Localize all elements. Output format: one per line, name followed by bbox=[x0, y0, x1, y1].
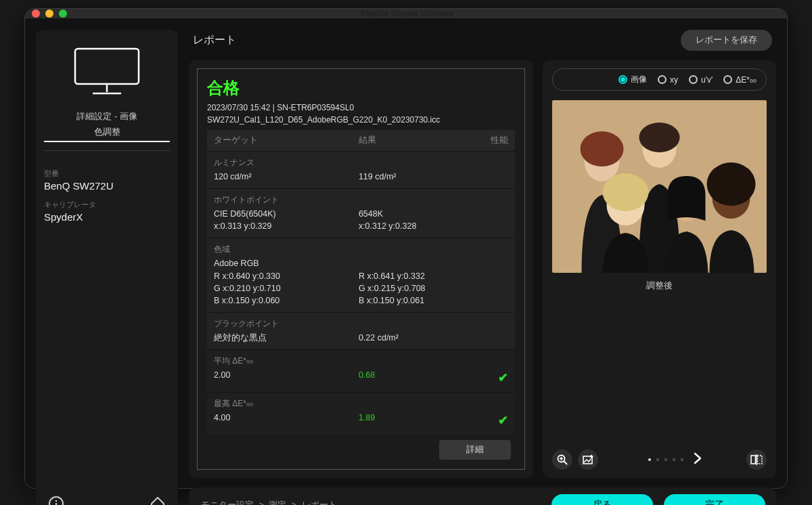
svg-rect-23 bbox=[758, 456, 763, 464]
report-icc: SW272U_Cal1_L120_D65_AdobeRGB_G220_K0_20… bbox=[207, 115, 515, 125]
sidebar: 詳細設定 - 画像 色調整 型番 BenQ SW272U キャリブレータ Spy… bbox=[36, 30, 178, 505]
col-result: 結果 bbox=[359, 135, 474, 146]
info-icon bbox=[48, 496, 64, 505]
svg-rect-0 bbox=[75, 49, 139, 84]
maximize-window-icon[interactable] bbox=[59, 9, 67, 18]
mode-xy[interactable]: xy bbox=[652, 72, 683, 87]
save-report-button[interactable]: レポートを保存 bbox=[681, 30, 772, 51]
whitepoint-section: ホワイトポイント CIE D65(6504K)6548K x:0.313 y:0… bbox=[207, 188, 515, 238]
done-button[interactable]: 完了 bbox=[664, 494, 765, 505]
svg-rect-22 bbox=[751, 456, 756, 464]
sidebar-mode[interactable]: 色調整 bbox=[44, 127, 170, 142]
svg-point-9 bbox=[639, 123, 680, 152]
report-panel: 合格 2023/07/30 15:42 | SN-ETR6P03594SL0 S… bbox=[189, 60, 533, 478]
preview-panel: 画像 xy u'v' ΔE*₀₀ bbox=[543, 60, 776, 478]
max-deltae-section: 最高 ΔE*₀₀ 4.00 1.89 ✔ bbox=[207, 392, 515, 435]
report-status: 合格 bbox=[207, 77, 515, 99]
svg-point-11 bbox=[603, 173, 649, 211]
checkmark-icon: ✔ bbox=[498, 371, 508, 385]
view-mode-group: 画像 xy u'v' ΔE*₀₀ bbox=[552, 68, 767, 91]
page-title: レポート bbox=[193, 33, 236, 47]
footer: モニター設定 > 測定 > レポート 戻る 完了 bbox=[189, 487, 776, 505]
close-window-icon[interactable] bbox=[32, 9, 40, 18]
add-image-button[interactable] bbox=[578, 449, 598, 470]
image-pager bbox=[604, 452, 746, 468]
home-button[interactable] bbox=[148, 494, 167, 505]
preview-image bbox=[552, 100, 767, 273]
col-perf: 性能 bbox=[474, 135, 508, 146]
pager-dot[interactable] bbox=[664, 458, 667, 461]
magnifier-icon bbox=[557, 454, 568, 465]
calibrator-value: SpyderX bbox=[44, 211, 170, 223]
chevron-right-icon bbox=[693, 452, 702, 464]
col-target: ターゲット bbox=[214, 135, 359, 146]
svg-point-14 bbox=[707, 162, 756, 206]
breadcrumb: モニター設定 > 測定 > レポート bbox=[200, 500, 338, 505]
next-image-button[interactable] bbox=[693, 452, 702, 468]
checkmark-icon: ✔ bbox=[498, 414, 508, 427]
window-title: Palette Master Ultimate bbox=[67, 9, 748, 18]
mode-deltae[interactable]: ΔE*₀₀ bbox=[718, 72, 762, 87]
pager-dot[interactable] bbox=[648, 458, 651, 461]
mode-image[interactable]: 画像 bbox=[613, 72, 652, 87]
model-label: 型番 bbox=[44, 169, 170, 179]
avg-deltae-section: 平均 ΔE*₀₀ 2.00 0.68 ✔ bbox=[207, 349, 515, 392]
compare-button[interactable] bbox=[746, 449, 767, 470]
report-header-row: ターゲット 結果 性能 bbox=[207, 130, 515, 151]
svg-point-7 bbox=[581, 131, 624, 167]
pager-dot[interactable] bbox=[656, 458, 659, 461]
preview-caption: 調整後 bbox=[552, 280, 767, 292]
info-button[interactable] bbox=[47, 494, 66, 505]
luminance-section: ルミナンス 120 cd/m²119 cd/m² bbox=[207, 151, 515, 188]
model-value: BenQ SW272U bbox=[44, 180, 170, 192]
sidebar-context: 詳細設定 - 画像 bbox=[44, 111, 170, 123]
detail-button[interactable]: 詳細 bbox=[439, 440, 511, 460]
pager-dot[interactable] bbox=[681, 458, 683, 461]
pager-dot[interactable] bbox=[673, 458, 675, 461]
image-plus-icon bbox=[583, 454, 593, 465]
compare-split-icon bbox=[750, 454, 763, 465]
mode-uv[interactable]: u'v' bbox=[683, 72, 718, 87]
svg-line-16 bbox=[564, 462, 568, 465]
titlebar: Palette Master Ultimate bbox=[25, 9, 787, 19]
home-icon bbox=[149, 495, 166, 505]
minimize-window-icon[interactable] bbox=[45, 9, 53, 18]
calibrator-label: キャリブレータ bbox=[44, 200, 170, 210]
report-meta: 2023/07/30 15:42 | SN-ETR6P03594SL0 bbox=[207, 102, 515, 114]
monitor-icon bbox=[70, 45, 144, 99]
zoom-button[interactable] bbox=[552, 449, 572, 470]
svg-point-4 bbox=[55, 500, 57, 502]
back-button[interactable]: 戻る bbox=[551, 494, 653, 505]
blackpoint-section: ブラックポイント 絶対的な黒点0.22 cd/m² bbox=[207, 312, 515, 349]
gamut-section: 色域 Adobe RGB R x:0.640 y:0.330R x:0.641 … bbox=[207, 238, 515, 312]
